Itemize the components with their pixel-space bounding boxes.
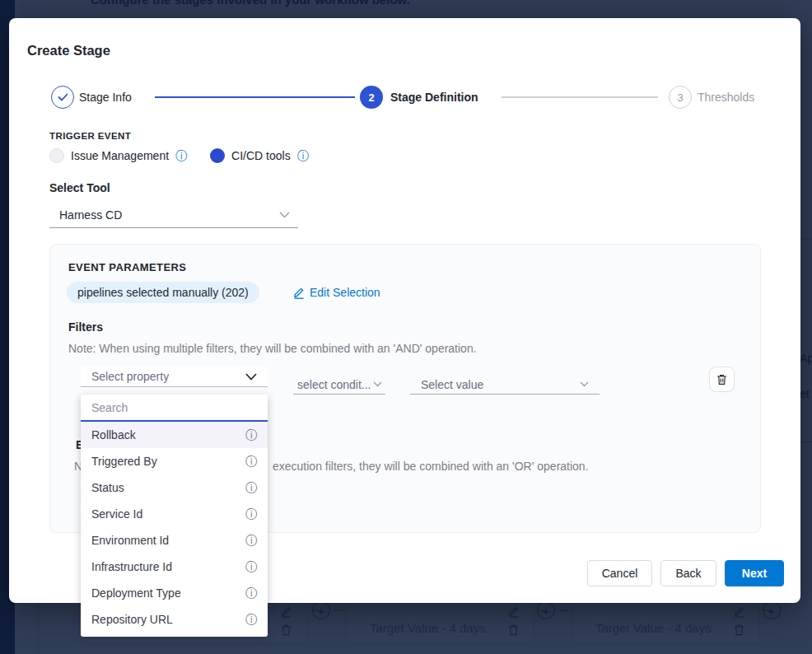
edit-icon bbox=[293, 287, 305, 299]
radio-issue-management[interactable] bbox=[49, 148, 64, 163]
step-stage-definition-label: Stage Definition bbox=[390, 86, 478, 109]
radio-cicd-tools[interactable] bbox=[210, 148, 225, 163]
info-icon[interactable]: ⓘ bbox=[175, 150, 187, 161]
step-number: 2 bbox=[368, 91, 374, 104]
filters-heading: Filters bbox=[68, 320, 103, 334]
dropdown-option-label: Repository URL bbox=[91, 613, 173, 626]
chevron-down-icon bbox=[373, 381, 382, 387]
filters-note: Note: When using multiple filters, they … bbox=[68, 342, 477, 355]
chevron-down-icon bbox=[580, 381, 589, 387]
cancel-button[interactable]: Cancel bbox=[587, 560, 652, 586]
edit-selection-link[interactable]: Edit Selection bbox=[293, 286, 380, 299]
info-icon[interactable]: ⓘ bbox=[245, 561, 257, 572]
trash-icon bbox=[716, 374, 727, 385]
select-value-dropdown[interactable]: Select value bbox=[410, 375, 600, 395]
trigger-event-options: Issue Management ⓘ CI/CD tools ⓘ bbox=[49, 148, 309, 163]
select-property-dropdown[interactable]: Select property bbox=[81, 367, 268, 387]
info-icon[interactable]: ⓘ bbox=[245, 614, 257, 625]
search-input[interactable] bbox=[81, 395, 268, 420]
info-icon[interactable]: ⓘ bbox=[245, 429, 257, 441]
select-condition-placeholder: select condit... bbox=[297, 378, 371, 391]
info-icon[interactable]: ⓘ bbox=[245, 482, 257, 493]
dropdown-option-label: Deployment Type bbox=[91, 586, 181, 600]
dropdown-option-label: Triggered By bbox=[91, 455, 157, 468]
pipelines-selected-chip: pipelines selected manually (202) bbox=[67, 282, 259, 303]
radio-issue-management-label: Issue Management bbox=[71, 149, 169, 162]
select-tool-dropdown[interactable]: Harness CD bbox=[49, 203, 298, 228]
back-button[interactable]: Back bbox=[660, 560, 716, 586]
edit-selection-label: Edit Selection bbox=[310, 286, 380, 299]
step-stage-info[interactable] bbox=[51, 86, 74, 109]
dropdown-option-label: Service Id bbox=[91, 507, 142, 521]
select-tool-value: Harness CD bbox=[59, 208, 122, 222]
next-button[interactable]: Next bbox=[725, 560, 784, 586]
dropdown-option-rollback[interactable]: Rollback ⓘ bbox=[81, 422, 268, 448]
execution-note-fragment: execution filters, they will be combined… bbox=[273, 460, 589, 473]
dropdown-option-environment-id[interactable]: Environment Id ⓘ bbox=[81, 527, 268, 554]
info-icon[interactable]: ⓘ bbox=[245, 508, 257, 520]
dropdown-option-status[interactable]: Status ⓘ bbox=[81, 474, 268, 501]
info-icon[interactable]: ⓘ bbox=[245, 587, 257, 599]
modal-title: Create Stage bbox=[27, 43, 110, 58]
dropdown-option-label: Rollback bbox=[91, 428, 136, 441]
chevron-down-icon bbox=[245, 373, 257, 381]
step-thresholds[interactable]: 3 bbox=[669, 86, 692, 109]
trigger-event-label: TRIGGER EVENT bbox=[49, 131, 131, 141]
info-icon[interactable]: ⓘ bbox=[245, 455, 257, 467]
dropdown-search[interactable] bbox=[81, 395, 268, 422]
delete-filter-button[interactable] bbox=[709, 367, 735, 392]
select-property-placeholder: Select property bbox=[91, 370, 169, 383]
event-parameters-panel: EVENT PARAMETERS pipelines selected manu… bbox=[49, 244, 761, 533]
dropdown-option-infrastructure-id[interactable]: Infrastructure Id ⓘ bbox=[81, 554, 268, 580]
property-dropdown-menu: Rollback ⓘ Triggered By ⓘ Status ⓘ Servi… bbox=[81, 395, 268, 637]
select-condition-dropdown[interactable]: select condit... bbox=[293, 375, 385, 395]
check-icon bbox=[58, 93, 68, 101]
info-icon[interactable]: ⓘ bbox=[245, 535, 257, 546]
screen: Configure the stages involved in your wo… bbox=[0, 0, 812, 654]
step-connector bbox=[155, 96, 355, 98]
step-stage-definition[interactable]: 2 bbox=[360, 86, 383, 109]
dropdown-option-label: Status bbox=[91, 481, 124, 494]
create-stage-modal: Create Stage Stage Info 2 Stage Definiti… bbox=[9, 18, 800, 603]
dropdown-option-label: Infrastructure Id bbox=[91, 560, 172, 573]
radio-cicd-tools-label: CI/CD tools bbox=[231, 149, 291, 162]
select-value-placeholder: Select value bbox=[421, 378, 483, 391]
dropdown-option-label: Environment Id bbox=[91, 534, 169, 547]
dropdown-option-service-id[interactable]: Service Id ⓘ bbox=[81, 501, 268, 527]
step-number: 3 bbox=[677, 91, 683, 104]
dropdown-option-triggered-by[interactable]: Triggered By ⓘ bbox=[81, 448, 268, 474]
step-connector bbox=[502, 96, 658, 98]
select-tool-label: Select Tool bbox=[49, 181, 110, 194]
dropdown-option-repository-url[interactable]: Repository URL ⓘ bbox=[81, 606, 268, 633]
step-stage-info-label: Stage Info bbox=[79, 86, 132, 109]
step-thresholds-label: Thresholds bbox=[698, 86, 754, 109]
dropdown-option-deployment-type[interactable]: Deployment Type ⓘ bbox=[81, 580, 268, 606]
info-icon[interactable]: ⓘ bbox=[297, 150, 309, 161]
event-parameters-heading: EVENT PARAMETERS bbox=[68, 261, 186, 273]
chevron-down-icon bbox=[279, 212, 290, 218]
